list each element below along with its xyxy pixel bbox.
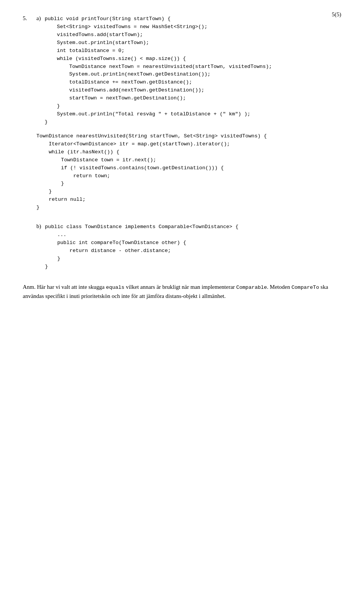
- sub-label-a: a): [36, 15, 41, 22]
- question-number-5: 5.: [23, 15, 30, 22]
- code-block-a: public void printTour(String startTown) …: [45, 15, 272, 126]
- page-number: 5(5): [332, 11, 341, 18]
- note-comparable-code: Comparable: [236, 285, 267, 290]
- code-line: Set<String> visitedTowns = new HashSet<S…: [45, 23, 272, 31]
- code-line: totalDistance += nextTown.getDistance();: [45, 79, 272, 87]
- code-block-b: public class TownDistance implements Com…: [45, 223, 238, 271]
- code-line: }: [36, 188, 341, 196]
- code-line: while (itr.hasNext()) {: [36, 148, 341, 156]
- nested-method-block: TownDistance nearestUnvisited(String sta…: [36, 132, 341, 212]
- code-line: TownDistance nextTown = nearestUnvisited…: [45, 63, 272, 71]
- code-line: return town;: [36, 172, 341, 180]
- code-line: TownDistance nearestUnvisited(String sta…: [36, 132, 341, 140]
- code-line: visitedTowns.add(startTown);: [45, 31, 272, 39]
- note-paragraph: Anm. Här har vi valt att inte skugga equ…: [23, 282, 341, 301]
- code-line: }: [45, 118, 272, 126]
- note-compareto-code: CompareTo: [292, 285, 319, 290]
- code-line: if (! visitedTowns.contains(town.getDest…: [36, 164, 341, 172]
- code-line: startTown = nextTown.getDestination();: [45, 95, 272, 102]
- code-line: public int compareTo(TownDistance other)…: [45, 239, 238, 247]
- code-line: }: [36, 180, 341, 188]
- code-line: public void printTour(String startTown) …: [45, 15, 272, 23]
- note-label: Anm.: [23, 284, 36, 290]
- code-line: System.out.println(nextTown.getDestinati…: [45, 71, 272, 79]
- code-line: int totalDistance = 0;: [45, 47, 272, 55]
- code-line: ...: [45, 231, 238, 239]
- note-section: Anm. Här har vi valt att inte skugga equ…: [23, 282, 341, 301]
- section-5b: b) public class TownDistance implements …: [23, 223, 341, 271]
- section-5a: 5. a) public void printTour(String start…: [23, 15, 341, 212]
- note-text-3: . Metoden: [267, 284, 292, 290]
- code-line: }: [45, 102, 272, 110]
- code-line: }: [45, 255, 238, 263]
- code-line: }: [45, 263, 238, 271]
- code-line: System.out.println(startTown);: [45, 39, 272, 47]
- code-line: return distance - other.distance;: [45, 247, 238, 255]
- code-line: visitedTowns.add(nextTown.getDestination…: [45, 87, 272, 95]
- code-line: public class TownDistance implements Com…: [45, 223, 238, 231]
- code-line: while (visitedTowns.size() < map.size())…: [45, 55, 272, 63]
- code-line: TownDistance town = itr.next();: [36, 156, 341, 164]
- code-line: Iterator<TownDistance> itr = map.get(sta…: [36, 140, 341, 148]
- note-text-2: vilket annars är brukligt när man implem…: [124, 284, 236, 290]
- code-line: }: [36, 204, 341, 212]
- code-line: return null;: [36, 196, 341, 204]
- note-equals-code: equals: [106, 285, 125, 290]
- page-container: 5(5) 5. a) public void printTour(String …: [0, 0, 364, 316]
- note-text-1: Här har vi valt att inte skugga: [37, 284, 106, 290]
- code-line: System.out.println("Total resväg " + tot…: [45, 110, 272, 118]
- sub-label-b: b): [36, 223, 41, 230]
